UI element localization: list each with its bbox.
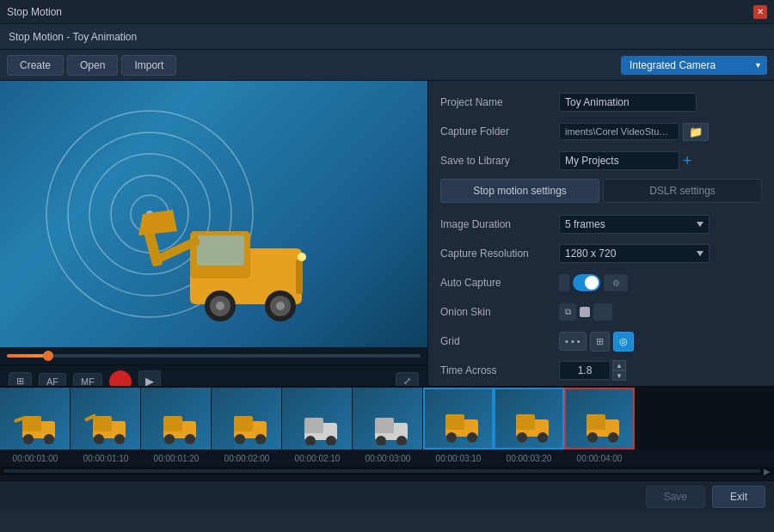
timestamp: 00:00:02:10 — [282, 454, 353, 463]
settings-panel: Project Name Capture Folder iments\Corel… — [427, 81, 774, 386]
grid-row: Grid • • • ⊞ ◎ — [440, 330, 762, 352]
library-row: My Projects Library 1 + — [559, 151, 762, 170]
close-button[interactable]: ✕ — [753, 5, 767, 19]
toggle-off-indicator — [559, 274, 569, 291]
progress-area — [0, 347, 427, 364]
project-name-label: Project Name — [440, 96, 552, 108]
project-name-row: Project Name — [440, 91, 762, 113]
onion-skin-thumb[interactable] — [580, 307, 590, 317]
grid-group: • • • ⊞ ◎ — [559, 332, 634, 352]
grid-circle-button[interactable]: ◎ — [613, 332, 634, 352]
svg-point-11 — [216, 302, 224, 310]
grid-grid-button[interactable]: ⊞ — [590, 332, 610, 352]
scrollbar-track[interactable] — [3, 469, 760, 473]
svg-rect-31 — [163, 416, 182, 431]
frame-thumb-last[interactable] — [564, 388, 635, 449]
camera-select-wrapper: Integrated Camera USB Camera IP Camera — [621, 56, 767, 75]
timestamp: 00:00:04:00 — [564, 454, 635, 463]
svg-rect-51 — [516, 414, 535, 430]
open-button[interactable]: Open — [67, 55, 118, 76]
onion-skin-icon[interactable]: ⧉ — [559, 303, 576, 321]
record-button[interactable] — [109, 370, 132, 387]
tab-dslr[interactable]: DSLR settings — [603, 179, 762, 203]
progress-track[interactable] — [7, 354, 421, 358]
scrollbar-right-arrow[interactable]: ▶ — [764, 467, 771, 476]
svg-marker-17 — [138, 210, 177, 235]
auto-capture-toggle[interactable] — [573, 274, 600, 291]
onion-skin-row: Onion Skin ⧉ — [440, 301, 762, 323]
svg-rect-35 — [234, 416, 253, 431]
camera-dropdown[interactable]: Integrated Camera USB Camera IP Camera — [621, 56, 767, 75]
svg-rect-26 — [93, 416, 112, 431]
footer: Save Exit — [0, 480, 774, 511]
frame-thumb[interactable] — [141, 388, 212, 449]
grid-label: Grid — [440, 335, 552, 347]
frame-thumb[interactable] — [282, 388, 353, 449]
timestamp: 00:00:01:10 — [71, 454, 141, 463]
time-across-up[interactable]: ▲ — [612, 360, 626, 370]
onion-skin-right-btn[interactable] — [593, 303, 612, 321]
frame-thumb[interactable] — [71, 388, 141, 449]
svg-point-56 — [587, 432, 598, 443]
onion-skin-group: ⧉ — [559, 303, 612, 321]
main-content: ⊞ AF MF ▶ ⤢ Project Name Capture Folder … — [0, 81, 774, 386]
auto-capture-settings[interactable]: ⚙ — [604, 274, 628, 291]
grid-dots-button[interactable]: • • • — [559, 332, 587, 351]
frame-thumb[interactable] — [423, 388, 494, 449]
settings-tabs: Stop motion settings DSLR settings — [440, 179, 762, 203]
frame-thumb[interactable] — [353, 388, 423, 449]
svg-point-14 — [276, 302, 285, 310]
create-button[interactable]: Create — [7, 55, 64, 76]
mf-button[interactable]: MF — [73, 373, 102, 387]
auto-capture-row: Auto Capture ⚙ — [440, 272, 762, 294]
add-library-button[interactable]: + — [683, 153, 692, 168]
play-button[interactable]: ▶ — [138, 370, 161, 387]
time-across-down[interactable]: ▼ — [612, 370, 626, 381]
image-duration-select[interactable]: 5 frames 10 frames 15 frames 1 second — [559, 215, 710, 234]
zoom-button[interactable]: ⊞ — [9, 372, 32, 386]
truck-image — [138, 201, 328, 330]
frame-thumb[interactable] — [494, 388, 564, 449]
tab-stop-motion[interactable]: Stop motion settings — [440, 179, 599, 203]
save-button[interactable]: Save — [646, 486, 705, 508]
frame-thumb[interactable] — [212, 388, 282, 449]
capture-resolution-select[interactable]: 1280 x 720 1920 x 1080 640 x 480 — [559, 244, 710, 263]
svg-rect-47 — [445, 414, 464, 430]
capture-folder-row: Capture Folder iments\Corel VideoStudio … — [440, 120, 762, 143]
titlebar: Stop Motion ✕ — [0, 0, 774, 24]
svg-point-49 — [467, 432, 477, 443]
video-preview: ⊞ AF MF ▶ ⤢ — [0, 81, 427, 386]
capture-folder-label: Capture Folder — [440, 125, 552, 138]
progress-fill — [7, 354, 48, 358]
capture-resolution-label: Capture Resolution — [440, 248, 552, 260]
folder-input-row: iments\Corel VideoStudio Pro\21.0\ 📁 — [559, 123, 762, 141]
af-button[interactable]: AF — [39, 373, 66, 387]
controls-bar: ⊞ AF MF ▶ ⤢ — [0, 364, 427, 386]
svg-point-27 — [94, 434, 104, 444]
timeline: 00:00:01:00 00:00:01:10 00:00:01:20 00:0… — [0, 386, 774, 480]
timeline-frames — [0, 388, 774, 449]
save-library-row: Save to Library My Projects Library 1 + — [440, 150, 762, 172]
svg-rect-8 — [197, 235, 244, 266]
svg-rect-39 — [304, 418, 323, 433]
library-select[interactable]: My Projects Library 1 — [559, 151, 679, 170]
timestamp: 00:00:03:10 — [423, 454, 494, 463]
exit-button[interactable]: Exit — [712, 486, 765, 508]
browse-folder-button[interactable]: 📁 — [683, 123, 709, 141]
timeline-timestamps: 00:00:01:00 00:00:01:10 00:00:01:20 00:0… — [0, 449, 774, 467]
project-name-input[interactable] — [559, 93, 697, 112]
expand-button[interactable]: ⤢ — [396, 372, 419, 386]
image-duration-row: Image Duration 5 frames 10 frames 15 fra… — [440, 213, 762, 235]
svg-point-53 — [538, 432, 548, 443]
svg-rect-18 — [296, 260, 303, 294]
timestamp: 00:00:01:00 — [0, 454, 71, 463]
progress-thumb[interactable] — [43, 351, 53, 361]
svg-rect-55 — [587, 414, 605, 430]
import-button[interactable]: Import — [121, 55, 176, 76]
svg-point-36 — [235, 434, 245, 444]
toolbar: Create Open Import Integrated Camera USB… — [0, 50, 774, 81]
titlebar-title: Stop Motion — [7, 6, 62, 18]
time-across-input[interactable] — [559, 361, 611, 380]
frame-thumb[interactable] — [0, 388, 71, 449]
svg-point-57 — [608, 432, 618, 443]
